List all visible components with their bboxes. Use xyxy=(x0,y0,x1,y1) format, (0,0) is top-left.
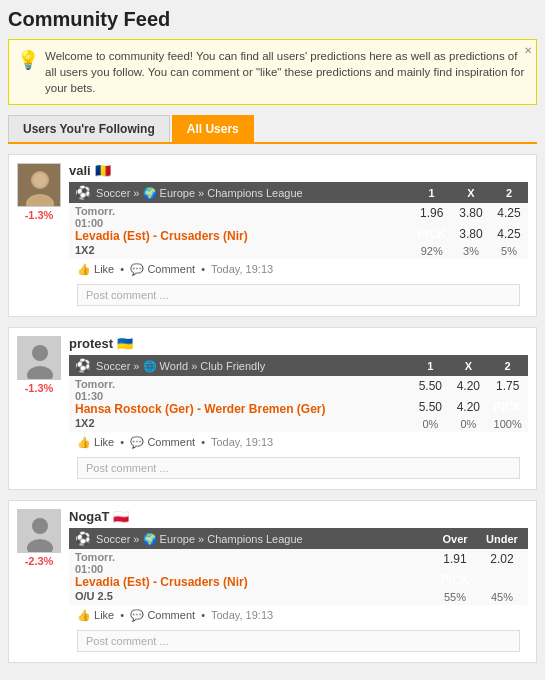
feed-card-1: -1.3% protest 🇺🇦 ⚽ Soccer » 🌐 World » Cl… xyxy=(8,327,537,490)
match-date: Tomorr.01:30 xyxy=(75,378,405,402)
user-name-row-1: protest 🇺🇦 xyxy=(69,336,528,351)
user-name-row-0: vali 🇷🇴 xyxy=(69,163,528,178)
val2: 4.25 xyxy=(490,203,528,223)
bet-type: 1X2 xyxy=(75,244,95,256)
pick-cell-2: PICK xyxy=(487,396,528,416)
action-row-2: 👍 Like • 💬 Comment • Today, 19:13 xyxy=(69,605,528,626)
col2-label: 2 xyxy=(487,355,528,376)
odds-row: Tomorr.01:00 Levadia (Est) - Crusaders (… xyxy=(69,203,528,223)
bet-header-row-2: ⚽ Soccer » 🌍 Europe » Champions League O… xyxy=(69,528,528,549)
feed-cards: -1.3% vali 🇷🇴 ⚽ Soccer » 🌍 Europe » Cham… xyxy=(8,154,537,663)
category-text-1: Soccer » 🌐 World » Club Friendly xyxy=(96,360,265,372)
avatar-2 xyxy=(17,509,61,553)
card-body-1: protest 🇺🇦 ⚽ Soccer » 🌐 World » Club Fri… xyxy=(69,336,528,483)
comment-input-0[interactable]: Post comment ... xyxy=(77,284,520,306)
comment-btn-0[interactable]: Comment xyxy=(147,263,195,275)
pct1: 55% xyxy=(434,590,476,606)
bet-header-row-1: ⚽ Soccer » 🌐 World » Club Friendly 1 X 2 xyxy=(69,355,528,376)
svg-point-3 xyxy=(33,173,47,187)
username-0[interactable]: vali xyxy=(69,163,91,178)
tab-following[interactable]: Users You're Following xyxy=(8,115,170,142)
tab-all-users[interactable]: All Users xyxy=(172,115,254,142)
like-icon-2: 👍 xyxy=(77,609,91,621)
colx-label: X xyxy=(449,355,487,376)
avatar-1 xyxy=(17,336,61,380)
info-text: Welcome to community feed! You can find … xyxy=(45,50,524,94)
comment-icon-1: 💬 xyxy=(130,436,144,448)
val1: 5.50 xyxy=(411,376,449,396)
avatar-0 xyxy=(17,163,61,207)
odds-row: Tomorr.01:30 Hansa Rostock (Ger) - Werde… xyxy=(69,376,528,396)
like-icon-0: 👍 xyxy=(77,263,91,275)
pick-cell: PICK xyxy=(434,569,476,589)
match-name: Hansa Rostock (Ger) - Werder Bremen (Ger… xyxy=(75,402,405,416)
feed-card-2: -2.3% NogaT 🇵🇱 ⚽ Soccer » 🌍 Europe » Cha… xyxy=(8,500,537,663)
like-btn-2[interactable]: Like xyxy=(94,609,114,621)
comment-input-1[interactable]: Post comment ... xyxy=(77,457,520,479)
col-under-label: Under xyxy=(476,528,528,549)
sport-category-2: ⚽ Soccer » 🌍 Europe » Champions League xyxy=(69,528,434,549)
sport-category-1: ⚽ Soccer » 🌐 World » Club Friendly xyxy=(69,355,411,376)
username-1[interactable]: protest xyxy=(69,336,113,351)
flag-0: 🇷🇴 xyxy=(95,163,111,178)
valx: 4.20 xyxy=(449,376,487,396)
tabs: Users You're Following All Users xyxy=(8,115,537,144)
svg-point-8 xyxy=(32,518,48,534)
username-2[interactable]: NogaT xyxy=(69,509,109,524)
svg-point-5 xyxy=(32,345,48,361)
avatar-col-0: -1.3% xyxy=(17,163,61,221)
comment-btn-2[interactable]: Comment xyxy=(147,609,195,621)
colx-label: X xyxy=(452,182,490,203)
sport-icon-1: ⚽ xyxy=(75,358,91,373)
avatar-col-2: -2.3% xyxy=(17,509,61,567)
odds-row: Tomorr.01:00 Levadia (Est) - Crusaders (… xyxy=(69,549,528,569)
pct1: 92% xyxy=(411,244,452,260)
pct2: 100% xyxy=(487,417,528,433)
card-header-2: -2.3% NogaT 🇵🇱 ⚽ Soccer » 🌍 Europe » Cha… xyxy=(9,501,536,656)
valx: 4.20 xyxy=(449,396,487,416)
pct2: 45% xyxy=(476,590,528,606)
close-icon[interactable]: ✕ xyxy=(524,44,532,58)
comment-input-2[interactable]: Post comment ... xyxy=(77,630,520,652)
card-header-0: -1.3% vali 🇷🇴 ⚽ Soccer » 🌍 Europe » Cham… xyxy=(9,155,536,310)
pick-cell: PICK xyxy=(411,223,452,243)
sport-icon-2: ⚽ xyxy=(75,531,91,546)
like-icon-1: 👍 xyxy=(77,436,91,448)
bulb-icon: 💡 xyxy=(17,48,39,73)
stat-label-1: -1.3% xyxy=(25,382,54,394)
user-name-row-2: NogaT 🇵🇱 xyxy=(69,509,528,524)
pct1: 0% xyxy=(411,417,449,433)
card-body-0: vali 🇷🇴 ⚽ Soccer » 🌍 Europe » Champions … xyxy=(69,163,528,310)
pctx: 0% xyxy=(449,417,487,433)
like-btn-0[interactable]: Like xyxy=(94,263,114,275)
valx: 3.80 xyxy=(452,223,490,243)
action-row-1: 👍 Like • 💬 Comment • Today, 19:13 xyxy=(69,432,528,453)
category-text-2: Soccer » 🌍 Europe » Champions League xyxy=(96,533,303,545)
action-row-0: 👍 Like • 💬 Comment • Today, 19:13 xyxy=(69,259,528,280)
stat-label-0: -1.3% xyxy=(25,209,54,221)
col1-label: 1 xyxy=(411,355,449,376)
pctx: 3% xyxy=(452,244,490,260)
like-btn-1[interactable]: Like xyxy=(94,436,114,448)
comment-icon-2: 💬 xyxy=(130,609,144,621)
match-date: Tomorr.01:00 xyxy=(75,205,405,229)
sport-icon-0: ⚽ xyxy=(75,185,91,200)
match-date: Tomorr.01:00 xyxy=(75,551,428,575)
val1: 1.91 xyxy=(434,549,476,569)
match-name: Levadia (Est) - Crusaders (Nir) xyxy=(75,229,405,243)
bet-table-2: ⚽ Soccer » 🌍 Europe » Champions League O… xyxy=(69,528,528,605)
valx: 3.80 xyxy=(452,203,490,223)
comment-btn-1[interactable]: Comment xyxy=(147,436,195,448)
comment-icon-0: 💬 xyxy=(130,263,144,275)
timestamp-2: Today, 19:13 xyxy=(211,609,273,621)
feed-card-0: -1.3% vali 🇷🇴 ⚽ Soccer » 🌍 Europe » Cham… xyxy=(8,154,537,317)
page-title: Community Feed xyxy=(8,8,537,31)
info-box: 💡 ✕ Welcome to community feed! You can f… xyxy=(8,39,537,105)
val1: 5.50 xyxy=(411,396,449,416)
col2-label: 2 xyxy=(490,182,528,203)
page-container: Community Feed 💡 ✕ Welcome to community … xyxy=(0,0,545,680)
stat-label-2: -2.3% xyxy=(25,555,54,567)
timestamp-1: Today, 19:13 xyxy=(211,436,273,448)
flag-1: 🇺🇦 xyxy=(117,336,133,351)
bet-table-0: ⚽ Soccer » 🌍 Europe » Champions League 1… xyxy=(69,182,528,259)
